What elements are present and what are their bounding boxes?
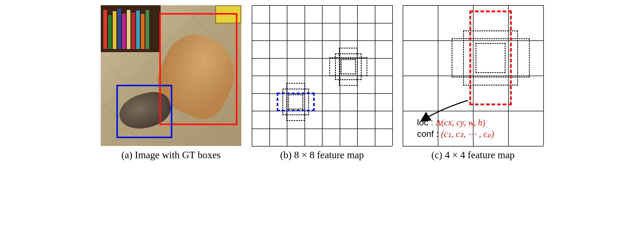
- book: [127, 10, 130, 49]
- panel-a: (a) Image with GT boxes: [101, 5, 241, 161]
- loc-line: loc : Δ(cx, cy, w, h): [417, 117, 494, 128]
- feature-map-4x4: loc : Δ(cx, cy, w, h) conf : (c₁, c₂, ⋯ …: [403, 5, 543, 146]
- caption-c: (c) 4 × 4 feature map: [431, 149, 515, 161]
- grid-line: [403, 146, 543, 147]
- book: [136, 10, 140, 49]
- book: [122, 14, 126, 49]
- grid-line: [252, 111, 392, 111]
- anchor-box-matched-cat: [277, 93, 315, 111]
- image-with-gt-boxes: [101, 5, 241, 146]
- gt-box-cat: [116, 85, 172, 138]
- grid-line: [252, 129, 392, 129]
- grid-line: [375, 5, 375, 146]
- book: [117, 9, 121, 49]
- panel-c: loc : Δ(cx, cy, w, h) conf : (c₁, c₂, ⋯ …: [403, 5, 543, 161]
- book: [113, 11, 116, 49]
- loc-label: loc :: [417, 117, 433, 127]
- book: [108, 15, 112, 49]
- grid-line: [252, 146, 392, 147]
- conf-line: conf : (c₁, c₂, ⋯ , cₚ): [417, 128, 494, 140]
- book: [103, 10, 107, 49]
- grid-line: [543, 5, 544, 146]
- ssd-framework-figure: (a) Image with GT boxes (b) 8 × 8 featur…: [101, 5, 543, 161]
- bookshelf: [101, 5, 161, 52]
- book: [146, 10, 149, 49]
- grid-line: [392, 5, 393, 146]
- loc-value: Δ(cx, cy, w, h): [435, 118, 485, 127]
- book: [131, 13, 135, 49]
- box-output-annotation: loc : Δ(cx, cy, w, h) conf : (c₁, c₂, ⋯ …: [417, 117, 494, 139]
- caption-a: (a) Image with GT boxes: [121, 149, 220, 161]
- caption-b: (b) 8 × 8 feature map: [280, 149, 364, 161]
- anchor-box-matched-dog: [469, 10, 512, 105]
- anchor-box: [329, 57, 367, 76]
- book: [141, 14, 144, 49]
- conf-label: conf :: [417, 129, 439, 139]
- grid-line: [252, 76, 392, 76]
- panel-b: (b) 8 × 8 feature map: [252, 5, 392, 161]
- grid-line: [403, 111, 543, 111]
- grid-line: [252, 93, 392, 94]
- feature-map-8x8: [252, 5, 392, 146]
- conf-value: (c₁, c₂, ⋯ , cₚ): [441, 129, 494, 139]
